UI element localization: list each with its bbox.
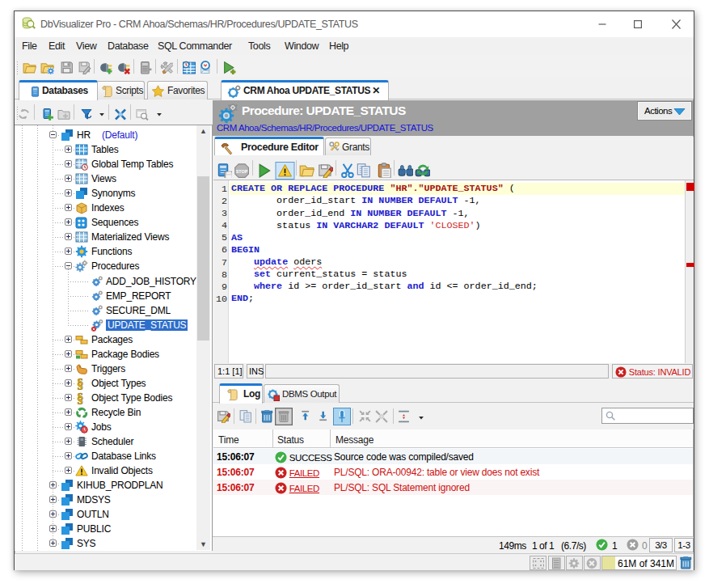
svg-text:STOP: STOP [236, 169, 248, 174]
svg-text:§: § [77, 391, 83, 404]
svg-text:§: § [77, 377, 83, 390]
